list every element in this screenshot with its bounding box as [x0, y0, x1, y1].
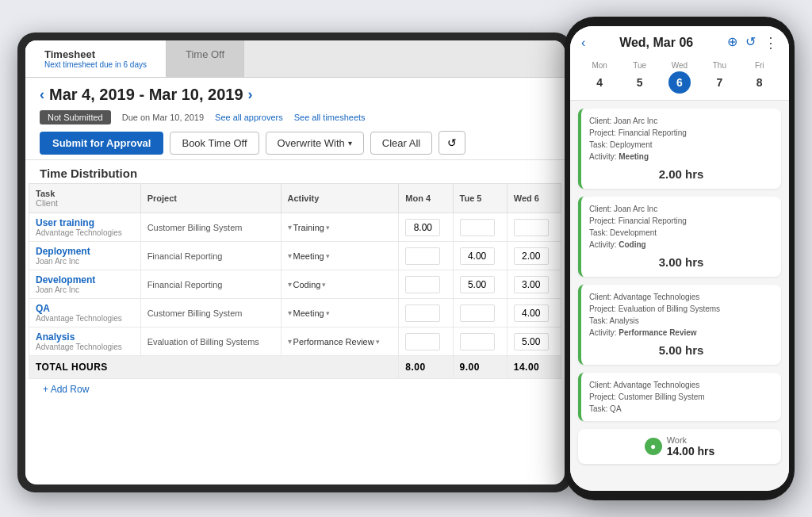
cell-mon-3 [399, 299, 453, 327]
phone-header: ‹ Wed, Mar 06 ⊕ ↺ ⋮ Mon 4 Tue 5 Wed 6 Th… [570, 26, 789, 101]
table-row: QA Advantage Technologies Customer Billi… [29, 299, 561, 327]
phone-card-3[interactable]: Client: Advantage TechnologiesProject: C… [578, 373, 781, 421]
tab-timeoff-label: Time Off [186, 48, 224, 60]
section-title: Time Distribution [25, 160, 565, 183]
input-tue-0[interactable] [460, 219, 495, 236]
col-tue: Tue 5 [453, 184, 507, 213]
phone-more-icon[interactable]: ⋮ [764, 34, 778, 52]
tab-timesheet[interactable]: Timesheet Next timesheet due in 6 days [25, 40, 167, 77]
timesheets-link[interactable]: See all timesheets [294, 113, 366, 122]
tablet-screen: Timesheet Next timesheet due in 6 days T… [25, 40, 565, 484]
approvers-link[interactable]: See all approvers [215, 113, 283, 122]
cell-task-1: Deployment Joan Arc Inc [29, 242, 141, 270]
table-row: Deployment Joan Arc Inc Financial Report… [29, 242, 561, 270]
input-tue-4[interactable] [460, 333, 495, 350]
phone-plus-icon[interactable]: ⊕ [727, 34, 737, 52]
day-item-mon[interactable]: Mon 4 [588, 61, 611, 94]
phone-card-0[interactable]: Client: Joan Arc IncProject: Financial R… [578, 109, 781, 189]
input-mon-1[interactable] [405, 247, 440, 265]
cell-mon-0 [399, 213, 453, 242]
card-text-2: Client: Advantage TechnologiesProject: E… [589, 291, 773, 339]
day-item-fri[interactable]: Fri 8 [749, 61, 771, 94]
due-text: Due on Mar 10, 2019 [122, 113, 204, 122]
col-project: Project [140, 184, 281, 213]
timesheet-header: ‹ Mar 4, 2019 - Mar 10, 2019 › Not Submi… [25, 78, 565, 160]
total-row: TOTAL HOURS 8.00 9.00 14.00 [29, 356, 561, 379]
cell-wed-4 [507, 327, 561, 356]
card-text-0: Client: Joan Arc IncProject: Financial R… [589, 115, 773, 163]
activity-dropdown-arrow-3[interactable]: ▾ [288, 308, 292, 317]
day-num-0[interactable]: 4 [588, 71, 611, 94]
cell-tue-0 [453, 213, 507, 242]
input-wed-0[interactable] [514, 219, 549, 236]
day-item-thu[interactable]: Thu 7 [708, 61, 730, 94]
cell-wed-0 [507, 213, 561, 242]
card-text-1: Client: Joan Arc IncProject: Financial R… [589, 203, 773, 251]
cell-task-2: Development Joan Arc Inc [29, 270, 141, 299]
activity-dropdown-arrow-4[interactable]: ▾ [288, 337, 292, 346]
day-strip: Mon 4 Tue 5 Wed 6 Thu 7 Fri 8 [581, 58, 778, 100]
phone-date-title: Wed, Mar 06 [619, 36, 693, 50]
cell-tue-2 [453, 270, 507, 299]
cell-wed-3 [507, 299, 561, 327]
phone-back-button[interactable]: ‹ [581, 36, 585, 50]
total-mon: 8.00 [399, 356, 453, 379]
col-mon: Mon 4 [399, 184, 453, 213]
date-range-row: ‹ Mar 4, 2019 - Mar 10, 2019 › [40, 86, 550, 104]
input-wed-3[interactable] [514, 304, 549, 322]
phone-card-1[interactable]: Client: Joan Arc IncProject: Financial R… [578, 197, 781, 277]
cell-tue-3 [453, 299, 507, 327]
tab-timeoff[interactable]: Time Off [167, 40, 244, 77]
date-range-text: Mar 4, 2019 - Mar 10, 2019 [49, 86, 243, 104]
activity-arrow-1: ▾ [326, 252, 330, 260]
refresh-button[interactable]: ↺ [439, 131, 465, 155]
cell-activity-1: ▾ Meeting ▾ [281, 242, 399, 270]
prev-arrow[interactable]: ‹ [40, 86, 44, 103]
card-text-3: Client: Advantage TechnologiesProject: C… [589, 379, 773, 415]
input-wed-2[interactable] [514, 276, 549, 293]
work-badge: ● Work 14.00 hrs [578, 429, 781, 464]
day-num-4[interactable]: 8 [749, 71, 771, 94]
next-arrow[interactable]: › [248, 86, 253, 103]
day-num-1[interactable]: 5 [629, 71, 651, 94]
cell-tue-1 [453, 242, 507, 270]
cell-activity-3: ▾ Meeting ▾ [281, 299, 399, 327]
input-tue-1[interactable] [460, 247, 495, 265]
add-row-link[interactable]: + Add Row [29, 379, 561, 400]
table-wrapper: TaskClient Project Activity Mon 4 Tue 5 … [25, 183, 565, 484]
cell-mon-2 [399, 270, 453, 299]
input-mon-0[interactable] [405, 219, 440, 236]
overwrite-with-button[interactable]: Overwrite With ▾ [266, 132, 364, 155]
input-wed-1[interactable] [514, 247, 549, 265]
input-tue-2[interactable] [460, 276, 495, 293]
cell-project-3: Customer Billing System [140, 299, 281, 327]
phone-card-2[interactable]: Client: Advantage TechnologiesProject: E… [578, 285, 781, 365]
book-time-off-button[interactable]: Book Time Off [170, 132, 259, 155]
input-wed-4[interactable] [514, 333, 549, 350]
phone: ‹ Wed, Mar 06 ⊕ ↺ ⋮ Mon 4 Tue 5 Wed 6 Th… [565, 17, 795, 500]
activity-dropdown-arrow-1[interactable]: ▾ [288, 251, 292, 260]
submit-button[interactable]: Submit for Approval [40, 132, 163, 155]
day-label-3: Thu [713, 61, 726, 70]
input-mon-4[interactable] [405, 333, 440, 350]
day-num-2[interactable]: 6 [668, 71, 691, 94]
activity-dropdown-arrow-2[interactable]: ▾ [288, 280, 292, 289]
activity-arrow-4: ▾ [376, 338, 380, 346]
overwrite-dropdown-arrow: ▾ [348, 139, 352, 147]
phone-screen: ‹ Wed, Mar 06 ⊕ ↺ ⋮ Mon 4 Tue 5 Wed 6 Th… [570, 26, 789, 491]
phone-refresh-icon[interactable]: ↺ [745, 34, 756, 52]
table-row: User training Advantage Technologies Cus… [29, 213, 561, 242]
day-item-wed[interactable]: Wed 6 [668, 61, 691, 94]
input-mon-2[interactable] [405, 276, 440, 293]
col-activity: Activity [281, 184, 399, 213]
col-task: TaskClient [29, 184, 141, 213]
phone-icons: ⊕ ↺ ⋮ [727, 34, 778, 52]
table-row: Analysis Advantage Technologies Evaluati… [29, 327, 561, 356]
activity-dropdown-arrow-0[interactable]: ▾ [288, 223, 292, 232]
day-num-3[interactable]: 7 [708, 71, 730, 94]
input-tue-3[interactable] [460, 304, 495, 322]
clear-all-button[interactable]: Clear All [370, 132, 432, 155]
day-label-0: Mon [592, 61, 607, 70]
input-mon-3[interactable] [405, 304, 440, 322]
day-item-tue[interactable]: Tue 5 [629, 61, 651, 94]
